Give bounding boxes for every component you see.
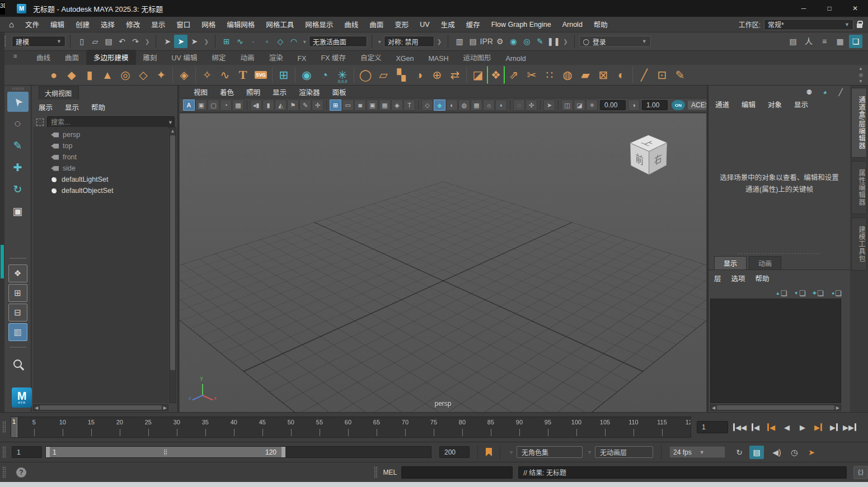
shelf-tab[interactable]: 雕刻	[136, 50, 165, 65]
new-empty-layer-icon[interactable]: ✚❏	[811, 286, 825, 300]
shelf-tab[interactable]: XGen	[388, 53, 421, 65]
step-back-frame-button[interactable]: ◀	[748, 420, 763, 434]
wireframe-icon[interactable]: ◇	[421, 100, 433, 111]
select-object-icon[interactable]: ➤	[174, 35, 187, 48]
poly-cone-icon[interactable]: ▲	[98, 66, 116, 84]
menu-item[interactable]: 生成	[435, 19, 461, 30]
add-divisions-icon[interactable]: ∷	[541, 66, 559, 84]
menu-item[interactable]: 曲线	[339, 19, 364, 30]
four-pane-layout-button[interactable]: ⊞	[8, 284, 27, 302]
shelf-tab[interactable]: UV 编辑	[165, 50, 205, 65]
shelf-tab[interactable]: 曲面	[58, 50, 86, 65]
boolean-icon[interactable]: ▚	[392, 66, 410, 84]
go-to-end-button[interactable]: ▶▶	[842, 420, 857, 434]
layer-editor-tab[interactable]: 显示	[714, 256, 747, 269]
snap-curve-icon[interactable]: ∿	[233, 35, 247, 48]
viewport-menu-item[interactable]: 显示	[266, 87, 293, 97]
menu-set-select[interactable]: 建模 ▼	[12, 36, 65, 47]
svg-tool-icon[interactable]: SVG	[252, 66, 270, 84]
poly-disc-icon[interactable]: ✦	[152, 66, 170, 84]
snap-point-icon[interactable]: ∙	[247, 35, 260, 48]
audio-icon[interactable]: ◀)	[770, 446, 784, 459]
menu-item[interactable]: 缓存	[461, 19, 486, 30]
open-scene-icon[interactable]: ▱	[88, 35, 102, 48]
snap-mesh-icon[interactable]: ◠	[287, 35, 301, 48]
dag-visibility-icon[interactable]: ⚉	[804, 87, 814, 97]
bookmark-icon[interactable]	[486, 448, 492, 456]
range-drag-grip[interactable]	[164, 449, 168, 455]
viewport-menu-item[interactable]: 渲染器	[293, 87, 326, 97]
menu-item[interactable]: 变形	[389, 19, 414, 30]
textured-icon[interactable]: ◐	[446, 100, 458, 111]
xray-joints-icon[interactable]: ◪	[574, 100, 585, 111]
shadows-icon[interactable]: ◗	[495, 100, 507, 111]
menu-item[interactable]: Arnold	[557, 21, 588, 29]
layer-list[interactable]	[710, 299, 841, 403]
mirror-icon[interactable]: ◑	[410, 66, 428, 84]
smooth-shade-icon[interactable]: ◆	[434, 100, 445, 111]
transfer-attributes-icon[interactable]: ⇄	[446, 66, 464, 84]
playback-range[interactable]: 1 120	[46, 447, 285, 457]
viewport-menu-item[interactable]: 视图	[187, 87, 214, 97]
character-controls-icon[interactable]: 人	[802, 35, 815, 48]
grease-pencil-icon[interactable]: ✎	[299, 100, 311, 111]
rotate-tool[interactable]: ↻	[7, 179, 29, 199]
sidebar-tab[interactable]: 建模工具包	[851, 218, 867, 271]
poly-plane-icon[interactable]: ◇	[134, 66, 152, 84]
layer-editor-menu-item[interactable]: 帮助	[756, 273, 775, 283]
field-chart-icon[interactable]: ▦	[379, 100, 391, 111]
menu-item[interactable]: 网格	[196, 19, 221, 30]
drag-grip[interactable]	[2, 466, 6, 479]
menu-item[interactable]: UV	[414, 21, 435, 29]
loop-playback-icon[interactable]: ↻	[732, 446, 747, 459]
motion-blur-icon[interactable]: ✣	[526, 100, 537, 111]
channel-box-menu-item[interactable]: 通道	[715, 99, 736, 110]
edit-edge-flow-icon[interactable]: ⊡	[653, 66, 671, 84]
current-frame-field[interactable]: 1	[697, 421, 728, 433]
mel-command-input[interactable]	[401, 466, 513, 479]
poly-helix-icon[interactable]: ∿	[216, 66, 234, 84]
lasso-select-tool[interactable]: ◌	[7, 114, 29, 134]
minimize-button[interactable]: ─	[791, 0, 817, 17]
channel-box-menu-item[interactable]: 对象	[768, 99, 789, 110]
render-settings-icon[interactable]: ⚙	[493, 35, 506, 48]
selection-region-icon[interactable]: ▣	[195, 100, 207, 111]
viewport-menu-item[interactable]: 着色	[214, 87, 240, 97]
render-region-icon[interactable]: ▢	[208, 100, 219, 111]
locator-icon[interactable]: ✢	[312, 100, 323, 111]
platonic-solid-icon[interactable]: ◈	[175, 66, 193, 84]
merge-icon[interactable]: ⊕	[428, 66, 446, 84]
grid-toggle-icon[interactable]: ⊞	[330, 100, 341, 111]
two-pane-layout-button[interactable]: ⊟	[8, 304, 27, 321]
snap-projected-center-icon[interactable]: ◦	[260, 35, 274, 48]
menu-item[interactable]: 帮助	[588, 19, 613, 30]
wireframe-on-shaded-icon[interactable]: ▦	[471, 100, 482, 111]
save-scene-icon[interactable]: ▤	[102, 35, 115, 48]
viewport-menu-item[interactable]: 照明	[240, 87, 266, 97]
step-forward-frame-button[interactable]: ▶	[827, 420, 841, 434]
new-scene-icon[interactable]: ▯	[75, 35, 88, 48]
snapshot-icon[interactable]: ▩	[232, 100, 244, 111]
film-gate-icon[interactable]: ▭	[342, 100, 354, 111]
close-button[interactable]: ✕	[842, 0, 868, 17]
sign-in-select[interactable]: ◯ 登录 ▼	[579, 36, 651, 47]
home-icon[interactable]: ⌂	[9, 20, 14, 29]
select-hierarchy-icon[interactable]: ➤	[161, 35, 174, 48]
shelf-tab[interactable]: 多边形建模	[86, 50, 136, 65]
go-to-start-button[interactable]: ◀◀	[733, 420, 747, 434]
sidebar-toggle-icon[interactable]: ❏	[849, 35, 862, 48]
undo-icon[interactable]: ↶	[115, 35, 129, 48]
shelf-scrollbar[interactable]: ▲▼	[857, 66, 865, 84]
menu-item[interactable]: 曲面	[364, 19, 389, 30]
range-end-handle[interactable]	[281, 447, 285, 457]
new-layer-from-selected-icon[interactable]: ●❏	[830, 286, 843, 300]
outliner-menu-item[interactable]: 显示	[65, 101, 86, 114]
bevel-icon[interactable]: ◪	[469, 66, 487, 84]
step-back-key-button[interactable]: ◀	[764, 420, 778, 434]
shelf-tab[interactable]: 自定义	[353, 50, 389, 65]
menu-item[interactable]: 文件	[20, 19, 45, 30]
layer-editor-menu-item[interactable]: 选项	[731, 273, 751, 283]
channel-box-menu-item[interactable]: 编辑	[742, 99, 762, 110]
range-slider-track[interactable]: 1 120	[45, 446, 431, 458]
sidebar-tab[interactable]: 属性编辑器	[851, 161, 867, 214]
